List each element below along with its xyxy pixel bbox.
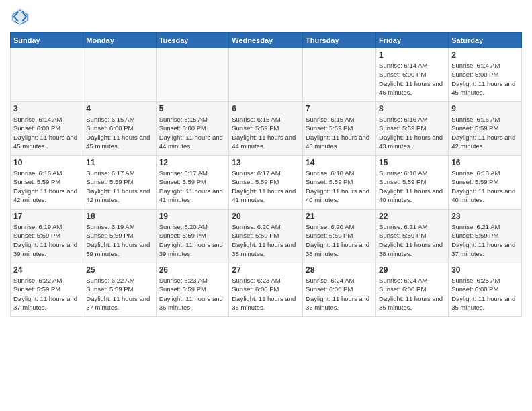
day-info: Sunrise: 6:20 AMSunset: 5:59 PMDaylight:… [232, 222, 300, 258]
day-info: Sunrise: 6:18 AMSunset: 5:59 PMDaylight:… [306, 169, 373, 204]
day-number: 16 [451, 158, 519, 167]
day-info: Sunrise: 6:16 AMSunset: 5:59 PMDaylight:… [451, 115, 519, 150]
weekday-header-tuesday: Tuesday [156, 33, 229, 48]
day-info: Sunrise: 6:16 AMSunset: 5:59 PMDaylight:… [379, 115, 445, 150]
calendar-cell: 30Sunrise: 6:25 AMSunset: 6:00 PMDayligh… [449, 263, 522, 317]
day-info: Sunrise: 6:14 AMSunset: 6:00 PMDaylight:… [379, 61, 445, 97]
day-number: 25 [86, 265, 152, 275]
day-info: Sunrise: 6:18 AMSunset: 5:59 PMDaylight:… [379, 169, 445, 204]
day-info: Sunrise: 6:15 AMSunset: 5:59 PMDaylight:… [232, 115, 300, 150]
calendar-cell: 24Sunrise: 6:22 AMSunset: 5:59 PMDayligh… [11, 263, 83, 317]
calendar-body: 1Sunrise: 6:14 AMSunset: 6:00 PMDaylight… [11, 48, 522, 317]
calendar-cell: 12Sunrise: 6:17 AMSunset: 5:59 PMDayligh… [156, 156, 229, 210]
day-info: Sunrise: 6:18 AMSunset: 5:59 PMDaylight:… [451, 169, 519, 204]
weekday-header-thursday: Thursday [303, 33, 376, 48]
calendar-cell: 3Sunrise: 6:14 AMSunset: 6:00 PMDaylight… [11, 102, 83, 156]
day-number: 6 [232, 104, 300, 113]
calendar-cell: 27Sunrise: 6:23 AMSunset: 6:00 PMDayligh… [229, 263, 303, 317]
day-number: 26 [159, 265, 226, 275]
weekday-header-row: SundayMondayTuesdayWednesdayThursdayFrid… [11, 33, 522, 48]
calendar-cell: 19Sunrise: 6:20 AMSunset: 5:59 PMDayligh… [156, 210, 229, 263]
day-number: 10 [13, 158, 80, 167]
day-info: Sunrise: 6:15 AMSunset: 6:00 PMDaylight:… [159, 115, 226, 150]
calendar-header: SundayMondayTuesdayWednesdayThursdayFrid… [11, 33, 522, 48]
day-number: 14 [306, 158, 373, 167]
day-number: 27 [232, 265, 300, 275]
day-number: 28 [306, 265, 373, 275]
calendar-cell: 9Sunrise: 6:16 AMSunset: 5:59 PMDaylight… [449, 102, 522, 156]
day-number: 2 [451, 50, 519, 60]
weekday-header-saturday: Saturday [449, 33, 522, 48]
day-info: Sunrise: 6:17 AMSunset: 5:59 PMDaylight:… [232, 169, 300, 204]
day-info: Sunrise: 6:15 AMSunset: 5:59 PMDaylight:… [306, 115, 373, 150]
logo-icon [10, 7, 30, 27]
day-number: 24 [13, 265, 80, 275]
day-info: Sunrise: 6:19 AMSunset: 5:59 PMDaylight:… [86, 222, 152, 258]
day-info: Sunrise: 6:16 AMSunset: 5:59 PMDaylight:… [13, 169, 80, 204]
calendar-cell: 26Sunrise: 6:23 AMSunset: 5:59 PMDayligh… [156, 263, 229, 317]
calendar-cell: 29Sunrise: 6:24 AMSunset: 6:00 PMDayligh… [376, 263, 449, 317]
calendar-cell: 25Sunrise: 6:22 AMSunset: 5:59 PMDayligh… [83, 263, 156, 317]
day-info: Sunrise: 6:20 AMSunset: 5:59 PMDaylight:… [159, 222, 226, 258]
calendar-cell: 23Sunrise: 6:21 AMSunset: 5:59 PMDayligh… [449, 210, 522, 263]
weekday-header-monday: Monday [83, 33, 156, 48]
day-number: 21 [306, 212, 373, 221]
day-number: 30 [451, 265, 519, 275]
calendar-cell: 20Sunrise: 6:20 AMSunset: 5:59 PMDayligh… [229, 210, 303, 263]
day-number: 15 [379, 158, 445, 167]
day-number: 20 [232, 212, 300, 221]
calendar-cell: 8Sunrise: 6:16 AMSunset: 5:59 PMDaylight… [376, 102, 449, 156]
calendar-cell: 11Sunrise: 6:17 AMSunset: 5:59 PMDayligh… [83, 156, 156, 210]
day-number: 29 [379, 265, 445, 275]
calendar-cell [229, 48, 303, 102]
day-info: Sunrise: 6:23 AMSunset: 5:59 PMDaylight:… [159, 276, 226, 312]
day-number: 3 [13, 104, 80, 113]
day-info: Sunrise: 6:14 AMSunset: 6:00 PMDaylight:… [13, 115, 80, 150]
calendar-cell: 15Sunrise: 6:18 AMSunset: 5:59 PMDayligh… [376, 156, 449, 210]
calendar-week-3: 10Sunrise: 6:16 AMSunset: 5:59 PMDayligh… [11, 156, 522, 210]
calendar-week-2: 3Sunrise: 6:14 AMSunset: 6:00 PMDaylight… [11, 102, 522, 156]
calendar-cell: 1Sunrise: 6:14 AMSunset: 6:00 PMDaylight… [376, 48, 449, 102]
calendar-cell: 17Sunrise: 6:19 AMSunset: 5:59 PMDayligh… [11, 210, 83, 263]
calendar-cell: 6Sunrise: 6:15 AMSunset: 5:59 PMDaylight… [229, 102, 303, 156]
day-info: Sunrise: 6:21 AMSunset: 5:59 PMDaylight:… [379, 222, 445, 258]
day-info: Sunrise: 6:24 AMSunset: 6:00 PMDaylight:… [379, 276, 445, 312]
page-container: SundayMondayTuesdayWednesdayThursdayFrid… [0, 0, 532, 324]
weekday-header-friday: Friday [376, 33, 449, 48]
calendar-week-4: 17Sunrise: 6:19 AMSunset: 5:59 PMDayligh… [11, 210, 522, 263]
calendar-cell: 16Sunrise: 6:18 AMSunset: 5:59 PMDayligh… [449, 156, 522, 210]
calendar-table: SundayMondayTuesdayWednesdayThursdayFrid… [10, 32, 522, 317]
calendar-cell: 14Sunrise: 6:18 AMSunset: 5:59 PMDayligh… [303, 156, 376, 210]
day-number: 11 [86, 158, 152, 167]
day-info: Sunrise: 6:17 AMSunset: 5:59 PMDaylight:… [159, 169, 226, 204]
day-number: 19 [159, 212, 226, 221]
calendar-cell: 13Sunrise: 6:17 AMSunset: 5:59 PMDayligh… [229, 156, 303, 210]
day-info: Sunrise: 6:14 AMSunset: 6:00 PMDaylight:… [451, 61, 519, 97]
day-number: 18 [86, 212, 152, 221]
day-number: 17 [13, 212, 80, 221]
day-number: 7 [306, 104, 373, 113]
calendar-cell: 5Sunrise: 6:15 AMSunset: 6:00 PMDaylight… [156, 102, 229, 156]
day-info: Sunrise: 6:23 AMSunset: 6:00 PMDaylight:… [232, 276, 300, 312]
calendar-cell [11, 48, 83, 102]
calendar-cell: 7Sunrise: 6:15 AMSunset: 5:59 PMDaylight… [303, 102, 376, 156]
calendar-cell: 18Sunrise: 6:19 AMSunset: 5:59 PMDayligh… [83, 210, 156, 263]
calendar-cell [83, 48, 156, 102]
calendar-cell: 10Sunrise: 6:16 AMSunset: 5:59 PMDayligh… [11, 156, 83, 210]
calendar-cell [156, 48, 229, 102]
day-info: Sunrise: 6:22 AMSunset: 5:59 PMDaylight:… [86, 276, 152, 312]
day-number: 8 [379, 104, 445, 113]
day-info: Sunrise: 6:22 AMSunset: 5:59 PMDaylight:… [13, 276, 80, 312]
calendar-week-1: 1Sunrise: 6:14 AMSunset: 6:00 PMDaylight… [11, 48, 522, 102]
header [10, 7, 522, 27]
day-number: 13 [232, 158, 300, 167]
day-info: Sunrise: 6:24 AMSunset: 6:00 PMDaylight:… [306, 276, 373, 312]
day-info: Sunrise: 6:17 AMSunset: 5:59 PMDaylight:… [86, 169, 152, 204]
day-number: 23 [451, 212, 519, 221]
calendar-week-5: 24Sunrise: 6:22 AMSunset: 5:59 PMDayligh… [11, 263, 522, 317]
day-info: Sunrise: 6:19 AMSunset: 5:59 PMDaylight:… [13, 222, 80, 258]
calendar-cell: 22Sunrise: 6:21 AMSunset: 5:59 PMDayligh… [376, 210, 449, 263]
weekday-header-sunday: Sunday [11, 33, 83, 48]
day-number: 4 [86, 104, 152, 113]
day-info: Sunrise: 6:21 AMSunset: 5:59 PMDaylight:… [451, 222, 519, 258]
